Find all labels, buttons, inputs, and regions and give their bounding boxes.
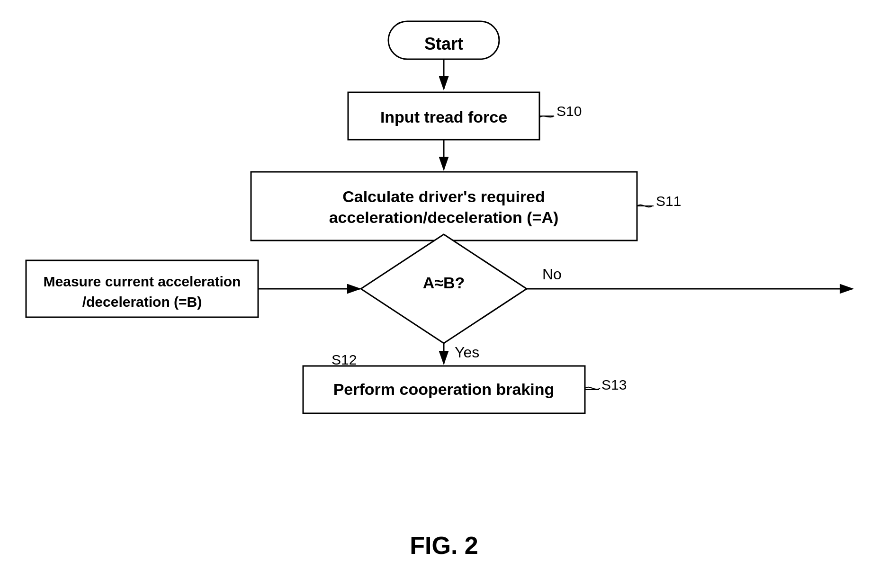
s10-ref-label: S10 xyxy=(556,103,582,119)
s13-ref-label: S13 xyxy=(601,377,627,392)
figure-label: FIG. 2 xyxy=(410,531,478,560)
measure-label-line2: /deceleration (=B) xyxy=(82,294,202,310)
s11-label-line1: Calculate driver's required xyxy=(342,187,545,205)
measure-label-line1: Measure current acceleration xyxy=(44,274,241,289)
decision-label: A≈B? xyxy=(423,274,465,292)
s11-label-line2: acceleration/deceleration (=A) xyxy=(329,208,559,226)
s11-ref-label: S11 xyxy=(656,193,681,209)
diagram-container: Start Input tread force S10 Calculate dr… xyxy=(0,0,888,588)
yes-label: Yes xyxy=(455,344,479,361)
start-label: Start xyxy=(424,34,463,53)
s11-node xyxy=(251,172,637,241)
s13-squiggle xyxy=(585,387,600,390)
s10-label: Input tread force xyxy=(380,108,507,126)
s12-ref-label: S12 xyxy=(332,352,357,367)
no-label: No xyxy=(542,266,562,283)
s13-label: Perform cooperation braking xyxy=(333,380,555,398)
